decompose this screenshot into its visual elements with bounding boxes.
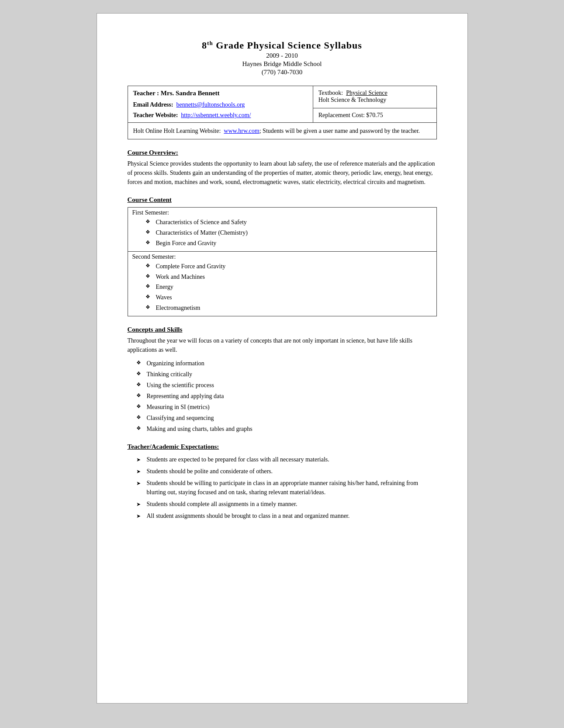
textbook-subtitle: Holt Science & Technology (318, 97, 386, 103)
list-item: All student assignments should be brough… (136, 511, 437, 520)
list-item: Begin Force and Gravity (145, 238, 432, 249)
year-text: 2009 - 2010 (128, 52, 437, 59)
expectations-heading: Teacher/Academic Expectations: (128, 443, 437, 451)
list-item: Complete Force and Gravity (145, 261, 432, 272)
concepts-skills-heading: Concepts and Skills (128, 326, 437, 333)
concepts-skills-body: Throughout the year we will focus on a v… (128, 336, 437, 354)
list-item: Students should be polite and considerat… (136, 467, 437, 476)
textbook-label: Textbook: (318, 90, 343, 96)
replacement-cost: Replacement Cost: $70.75 (318, 112, 383, 118)
school-text: Haynes Bridge Middle School (128, 60, 437, 68)
second-semester-list: Complete Force and Gravity Work and Mach… (145, 261, 432, 313)
holt-link[interactable]: www.hrw.com (224, 128, 259, 134)
list-item: Measuring in SI (metrics) (136, 402, 437, 412)
page-document: 8th Grade Physical Science Syllabus 2009… (97, 13, 468, 704)
second-semester-label: Second Semester: (132, 253, 176, 260)
list-item: Organizing information (136, 359, 437, 368)
list-item: Electromagnetism (145, 303, 432, 313)
list-item: Making and using charts, tables and grap… (136, 424, 437, 433)
list-item: Characteristics of Science and Safety (145, 217, 432, 228)
list-item: Energy (145, 282, 432, 292)
phone-text: (770) 740-7030 (128, 69, 437, 76)
list-item: Students should be willing to participat… (136, 478, 437, 497)
list-item: Representing and applying data (136, 392, 437, 401)
list-item: Work and Machines (145, 272, 432, 282)
list-item: Using the scientific process (136, 381, 437, 390)
page-header: 8th Grade Physical Science Syllabus 2009… (128, 40, 437, 76)
list-item: Characteristics of Matter (Chemistry) (145, 228, 432, 238)
teacher-name: Teacher : Mrs. Sandra Bennett (133, 90, 308, 97)
email-link[interactable]: bennetts@fultonschools.org (176, 101, 245, 108)
list-item: Students should complete all assignments… (136, 499, 437, 509)
holt-rest: ; Students will be given a user name and… (260, 128, 420, 134)
holt-label: Holt Online Holt Learning Website: (133, 128, 221, 134)
expectations-list: Students are expected to be prepared for… (136, 455, 437, 520)
info-table: Teacher : Mrs. Sandra Bennett Email Addr… (128, 86, 437, 139)
course-overview-heading: Course Overview: (128, 149, 437, 156)
first-semester-list: Characteristics of Science and Safety Ch… (145, 217, 432, 248)
course-overview-body: Physical Science provides students the o… (128, 159, 437, 187)
textbook-title: Physical Science (346, 90, 387, 96)
course-content-table: First Semester: Characteristics of Scien… (128, 207, 437, 316)
course-content-heading: Course Content (128, 196, 437, 204)
list-item: Thinking critically (136, 370, 437, 379)
list-item: Students are expected to be prepared for… (136, 455, 437, 464)
first-semester-label: First Semester: (132, 209, 169, 216)
list-item: Classifying and sequencing (136, 413, 437, 423)
page-title: 8th Grade Physical Science Syllabus (128, 40, 437, 51)
concepts-skills-list: Organizing information Thinking critical… (136, 359, 437, 433)
website-link[interactable]: http://ssbennett.weebly.com/ (181, 112, 251, 118)
list-item: Waves (145, 292, 432, 303)
email-label: Email Address: (133, 101, 173, 108)
website-label: Teacher Website: (133, 112, 178, 118)
